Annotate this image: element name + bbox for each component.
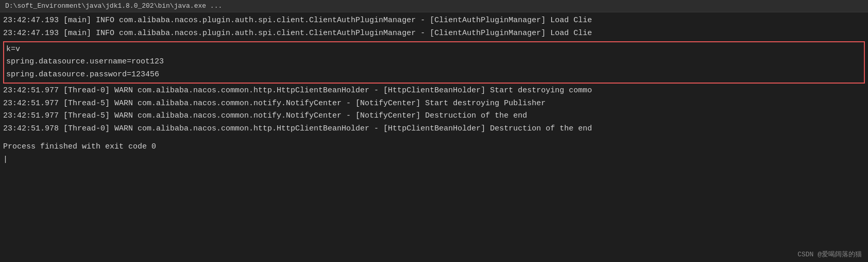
after-log-text-4: 23:42:51.978 [Thread-0] WARN com.alibaba… [3, 124, 592, 133]
process-finished-text: Process finished with exit code 0 [3, 142, 156, 151]
cursor-line: | [3, 154, 865, 167]
watermark: CSDN @爱喝阔落的猫 [797, 250, 862, 259]
log-area: 23:42:47.193 [main] INFO com.alibaba.nac… [0, 12, 868, 168]
top-bar: D:\soft_Environment\java\jdk1.8.0_202\bi… [0, 0, 868, 12]
top-bar-text: D:\soft_Environment\java\jdk1.8.0_202\bi… [5, 2, 222, 10]
log-line-text: 23:42:47.193 [main] INFO com.alibaba.nac… [3, 29, 592, 38]
after-log-line-2: 23:42:51.977 [Thread-5] WARN com.alibaba… [3, 97, 865, 110]
highlighted-config-block: k=v spring.datasource.username=root123 s… [3, 41, 865, 84]
config-line-2: spring.datasource.username=root123 [6, 56, 862, 69]
after-log-text-3: 23:42:51.977 [Thread-5] WARN com.alibaba… [3, 111, 527, 120]
after-log-text-2: 23:42:51.977 [Thread-5] WARN com.alibaba… [3, 99, 546, 108]
log-line: 23:42:47.193 [main] INFO com.alibaba.nac… [3, 27, 865, 40]
cursor: | [3, 155, 8, 164]
after-log-text-1: 23:42:51.977 [Thread-0] WARN com.alibaba… [3, 86, 592, 95]
terminal-window: D:\soft_Environment\java\jdk1.8.0_202\bi… [0, 0, 868, 262]
after-log-line-4: 23:42:51.978 [Thread-0] WARN com.alibaba… [3, 123, 865, 136]
log-line: 23:42:47.193 [main] INFO com.alibaba.nac… [3, 14, 865, 27]
log-line-text: 23:42:47.193 [main] INFO com.alibaba.nac… [3, 16, 592, 25]
process-finished-line: Process finished with exit code 0 [3, 141, 865, 154]
config-line-1: k=v [6, 43, 862, 56]
after-log-line-1: 23:42:51.977 [Thread-0] WARN com.alibaba… [3, 85, 865, 97]
after-log-line-3: 23:42:51.977 [Thread-5] WARN com.alibaba… [3, 110, 865, 123]
config-line-3: spring.datasource.password=123456 [6, 69, 862, 81]
